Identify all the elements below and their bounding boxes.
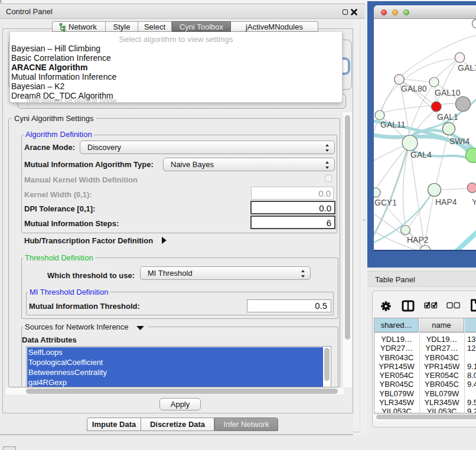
svg-text:GAL4: GAL4 [410, 150, 432, 159]
svg-text:GAL10: GAL10 [435, 88, 461, 97]
svg-text:HAP2: HAP2 [407, 235, 429, 244]
svg-text:GCY1: GCY1 [374, 198, 397, 207]
svg-text:GAL11: GAL11 [380, 120, 406, 129]
svg-text:HAP4: HAP4 [435, 197, 457, 207]
svg-text:GAL80: GAL80 [401, 84, 427, 93]
svg-text:GAL1: GAL1 [437, 112, 458, 122]
svg-text:SWI4: SWI4 [449, 136, 470, 146]
svg-text:YB: YB [472, 197, 476, 207]
svg-text:GAL7: GAL7 [458, 63, 476, 73]
